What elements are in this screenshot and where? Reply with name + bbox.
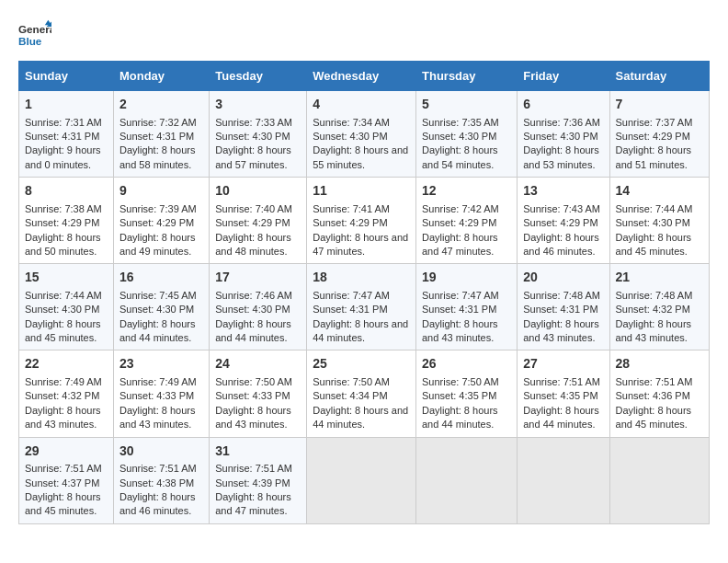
sunset-label: Sunset: 4:31 PM [25,131,99,142]
sunset-label: Sunset: 4:29 PM [25,217,99,228]
daylight-label: Daylight: 8 hours and 46 minutes. [523,232,599,257]
calendar-table: SundayMondayTuesdayWednesdayThursdayFrid… [18,61,710,524]
sunset-label: Sunset: 4:34 PM [313,390,387,401]
calendar-cell: 18Sunrise: 7:47 AMSunset: 4:31 PMDayligh… [307,264,416,350]
col-header-wednesday: Wednesday [307,62,416,91]
calendar-cell: 6Sunrise: 7:36 AMSunset: 4:30 PMDaylight… [518,91,609,178]
calendar-cell: 25Sunrise: 7:50 AMSunset: 4:34 PMDayligh… [307,350,416,437]
svg-text:Blue: Blue [18,35,42,47]
calendar-cell [518,437,609,523]
calendar-cell: 31Sunrise: 7:51 AMSunset: 4:39 PMDayligh… [210,437,307,523]
sunset-label: Sunset: 4:35 PM [523,390,597,401]
day-number: 11 [313,182,410,201]
calendar-cell: 4Sunrise: 7:34 AMSunset: 4:30 PMDaylight… [307,91,416,178]
sunset-label: Sunset: 4:29 PM [119,217,194,228]
day-number: 3 [215,96,301,114]
sunset-label: Sunset: 4:36 PM [616,390,690,401]
daylight-label: Daylight: 8 hours and 44 minutes. [119,318,196,343]
sunrise-label: Sunrise: 7:39 AM [119,203,197,214]
daylight-label: Daylight: 8 hours and 43 minutes. [25,405,101,430]
sunrise-label: Sunrise: 7:46 AM [215,290,292,301]
sunrise-label: Sunrise: 7:45 AM [119,290,197,301]
calendar-cell: 21Sunrise: 7:48 AMSunset: 4:32 PMDayligh… [609,264,709,350]
sunrise-label: Sunrise: 7:32 AM [119,117,197,128]
col-header-monday: Monday [113,62,209,91]
sunrise-label: Sunrise: 7:47 AM [422,290,499,301]
calendar-cell [609,437,709,523]
sunset-label: Sunset: 4:31 PM [523,304,597,315]
sunset-label: Sunset: 4:30 PM [25,304,99,315]
day-number: 7 [616,96,703,114]
daylight-label: Daylight: 8 hours and 53 minutes. [523,144,599,169]
daylight-label: Daylight: 8 hours and 54 minutes. [422,144,498,169]
daylight-label: Daylight: 8 hours and 45 minutes. [616,405,692,430]
calendar-cell: 13Sunrise: 7:43 AMSunset: 4:29 PMDayligh… [518,178,609,264]
sunset-label: Sunset: 4:38 PM [119,477,194,488]
daylight-label: Daylight: 8 hours and 45 minutes. [25,318,101,343]
sunrise-label: Sunrise: 7:51 AM [119,463,197,474]
calendar-cell: 7Sunrise: 7:37 AMSunset: 4:29 PMDaylight… [609,91,709,178]
sunset-label: Sunset: 4:29 PM [313,217,387,228]
sunrise-label: Sunrise: 7:49 AM [25,376,102,387]
daylight-label: Daylight: 9 hours and 0 minutes. [25,144,101,169]
sunset-label: Sunset: 4:30 PM [215,131,290,142]
sunrise-label: Sunrise: 7:40 AM [215,203,292,214]
day-number: 28 [616,355,703,373]
daylight-label: Daylight: 8 hours and 43 minutes. [215,405,291,430]
sunset-label: Sunset: 4:31 PM [313,304,387,315]
calendar-cell: 22Sunrise: 7:49 AMSunset: 4:32 PMDayligh… [19,350,114,437]
daylight-label: Daylight: 8 hours and 45 minutes. [616,232,692,257]
daylight-label: Daylight: 8 hours and 47 minutes. [313,232,408,257]
sunrise-label: Sunrise: 7:42 AM [422,203,499,214]
daylight-label: Daylight: 8 hours and 44 minutes. [422,405,498,430]
sunset-label: Sunset: 4:31 PM [119,131,194,142]
calendar-cell [307,437,416,523]
sunrise-label: Sunrise: 7:43 AM [523,203,600,214]
daylight-label: Daylight: 8 hours and 55 minutes. [313,144,408,169]
sunrise-label: Sunrise: 7:48 AM [523,290,600,301]
sunset-label: Sunset: 4:32 PM [616,304,690,315]
sunset-label: Sunset: 4:30 PM [119,304,194,315]
calendar-cell: 10Sunrise: 7:40 AMSunset: 4:29 PMDayligh… [210,178,307,264]
day-number: 18 [313,269,410,287]
daylight-label: Daylight: 8 hours and 48 minutes. [215,232,291,257]
calendar-cell: 3Sunrise: 7:33 AMSunset: 4:30 PMDaylight… [210,91,307,178]
sunrise-label: Sunrise: 7:44 AM [616,203,693,214]
sunrise-label: Sunrise: 7:50 AM [215,376,292,387]
sunset-label: Sunset: 4:33 PM [215,390,290,401]
calendar-cell: 17Sunrise: 7:46 AMSunset: 4:30 PMDayligh… [210,264,307,350]
day-number: 20 [523,269,603,287]
daylight-label: Daylight: 8 hours and 43 minutes. [523,318,599,343]
sunrise-label: Sunrise: 7:38 AM [25,203,102,214]
calendar-cell: 2Sunrise: 7:32 AMSunset: 4:31 PMDaylight… [113,91,209,178]
sunrise-label: Sunrise: 7:51 AM [616,376,693,387]
day-number: 27 [523,355,603,373]
sunrise-label: Sunrise: 7:50 AM [422,376,499,387]
day-number: 1 [25,96,108,114]
sunset-label: Sunset: 4:30 PM [313,131,387,142]
calendar-cell: 8Sunrise: 7:38 AMSunset: 4:29 PMDaylight… [19,178,114,264]
col-header-thursday: Thursday [416,62,518,91]
sunset-label: Sunset: 4:29 PM [523,217,597,228]
sunset-label: Sunset: 4:29 PM [616,131,690,142]
calendar-cell: 20Sunrise: 7:48 AMSunset: 4:31 PMDayligh… [518,264,609,350]
calendar-cell: 12Sunrise: 7:42 AMSunset: 4:29 PMDayligh… [416,178,518,264]
calendar-cell: 27Sunrise: 7:51 AMSunset: 4:35 PMDayligh… [518,350,609,437]
sunrise-label: Sunrise: 7:33 AM [215,117,292,128]
calendar-cell: 16Sunrise: 7:45 AMSunset: 4:30 PMDayligh… [113,264,209,350]
sunrise-label: Sunrise: 7:47 AM [313,290,390,301]
daylight-label: Daylight: 8 hours and 50 minutes. [25,232,101,257]
sunrise-label: Sunrise: 7:44 AM [25,290,102,301]
logo: General Blue [18,18,51,52]
sunset-label: Sunset: 4:30 PM [215,304,290,315]
sunrise-label: Sunrise: 7:50 AM [313,376,390,387]
calendar-cell [416,437,518,523]
daylight-label: Daylight: 8 hours and 43 minutes. [422,318,498,343]
sunset-label: Sunset: 4:35 PM [422,390,496,401]
day-number: 26 [422,355,511,373]
sunrise-label: Sunrise: 7:51 AM [25,463,102,474]
daylight-label: Daylight: 8 hours and 51 minutes. [616,144,692,169]
sunset-label: Sunset: 4:32 PM [25,390,99,401]
day-number: 17 [215,269,301,287]
daylight-label: Daylight: 8 hours and 43 minutes. [119,405,196,430]
